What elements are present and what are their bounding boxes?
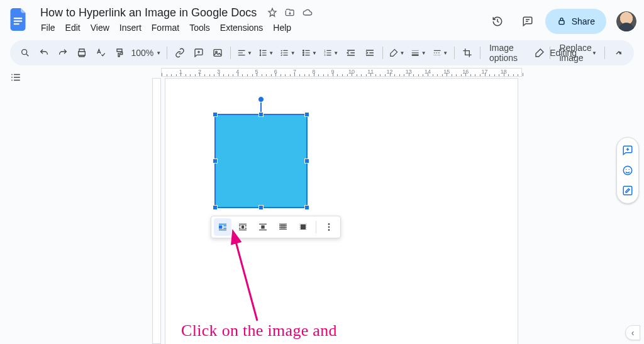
- horizontal-ruler[interactable]: 123456789101112131415161718: [161, 68, 522, 77]
- emoji-fab-icon[interactable]: [619, 162, 636, 179]
- svg-point-4: [22, 50, 27, 55]
- comment-side-panel: [616, 137, 639, 204]
- svg-rect-15: [261, 225, 264, 228]
- checklist-menu[interactable]: ▼: [277, 44, 297, 62]
- svg-point-23: [629, 169, 630, 170]
- rotation-stem: [260, 101, 262, 112]
- numbered-list-menu[interactable]: 123▼: [321, 44, 341, 62]
- separator: [230, 47, 231, 59]
- svg-rect-3: [559, 21, 564, 25]
- svg-point-18: [328, 223, 330, 225]
- svg-point-9: [303, 55, 304, 56]
- separator: [604, 47, 605, 59]
- svg-point-19: [328, 226, 330, 228]
- svg-rect-24: [623, 186, 632, 195]
- svg-point-22: [626, 169, 627, 170]
- search-menus-icon[interactable]: [16, 44, 34, 62]
- cloud-icon[interactable]: [302, 7, 313, 18]
- menu-edit[interactable]: Edit: [61, 21, 85, 34]
- undo-icon[interactable]: [35, 44, 53, 62]
- border-weight-menu[interactable]: ▼: [408, 44, 428, 62]
- separator: [382, 47, 383, 59]
- add-comment-fab-icon[interactable]: [619, 141, 636, 159]
- wrap-text-icon[interactable]: [234, 218, 252, 236]
- spellcheck-icon[interactable]: [92, 44, 109, 62]
- suggest-fab-icon[interactable]: [619, 182, 636, 199]
- paint-format-icon[interactable]: [111, 44, 128, 62]
- editing-mode-menu[interactable]: Editing ▼: [532, 44, 599, 62]
- svg-point-7: [303, 50, 304, 52]
- inline-icon[interactable]: [214, 218, 231, 236]
- svg-rect-1: [14, 21, 23, 22]
- image-layout-toolbar: [211, 216, 341, 238]
- separator: [316, 221, 316, 233]
- separator: [167, 47, 167, 59]
- menu-format[interactable]: Format: [147, 21, 184, 34]
- more-options-icon[interactable]: [320, 218, 338, 236]
- border-color-menu[interactable]: ▼: [387, 44, 407, 62]
- add-comment-icon[interactable]: [190, 44, 208, 62]
- document-page[interactable]: [165, 78, 518, 344]
- menu-file[interactable]: File: [36, 21, 60, 34]
- svg-rect-17: [301, 225, 306, 230]
- document-outline-icon[interactable]: [10, 72, 33, 85]
- menubar: File Edit View Insert Format Tools Exten…: [36, 20, 480, 35]
- menu-view[interactable]: View: [86, 21, 114, 34]
- menu-insert[interactable]: Insert: [115, 21, 146, 34]
- svg-rect-13: [219, 225, 222, 228]
- separator: [480, 47, 480, 59]
- svg-point-20: [328, 229, 330, 231]
- svg-rect-5: [214, 50, 221, 57]
- zoom-menu[interactable]: 100%▼: [130, 44, 163, 62]
- show-side-panel-icon[interactable]: ‹: [625, 325, 640, 340]
- insert-image-icon[interactable]: [209, 44, 226, 62]
- svg-rect-0: [14, 18, 23, 19]
- svg-rect-14: [242, 225, 244, 228]
- print-icon[interactable]: [73, 44, 91, 62]
- separator: [454, 47, 455, 59]
- account-avatar[interactable]: [616, 11, 636, 31]
- collapse-toolbar-icon[interactable]: [610, 44, 628, 62]
- crop-icon[interactable]: [458, 44, 476, 62]
- bulleted-list-menu[interactable]: ▼: [299, 44, 319, 62]
- move-icon[interactable]: [284, 7, 296, 18]
- insert-link-icon[interactable]: [171, 44, 189, 62]
- menu-help[interactable]: Help: [269, 21, 296, 34]
- share-label: Share: [572, 16, 595, 26]
- svg-point-21: [623, 166, 632, 175]
- toolbar: 100%▼ ▼ ▼ ▼ ▼ 123▼ ▼ ▼ ▼ Image options R…: [10, 40, 634, 65]
- align-menu[interactable]: ▼: [235, 44, 255, 62]
- doc-title[interactable]: How to Hyperlink an Image in Google Docs: [36, 5, 260, 21]
- svg-point-8: [303, 52, 304, 53]
- docs-logo[interactable]: [6, 3, 31, 36]
- comments-icon[interactable]: [515, 9, 540, 34]
- svg-text:3: 3: [324, 53, 326, 57]
- border-dash-menu[interactable]: ▼: [430, 44, 450, 62]
- rotation-handle[interactable]: [258, 96, 264, 103]
- history-icon[interactable]: [485, 9, 510, 34]
- svg-rect-2: [14, 23, 19, 25]
- redo-icon[interactable]: [54, 44, 72, 62]
- annotation-text: Click on the image and select the “In li…: [181, 319, 340, 344]
- behind-text-icon[interactable]: [274, 218, 292, 236]
- increase-indent-icon[interactable]: [361, 44, 379, 62]
- menu-extensions[interactable]: Extensions: [216, 21, 267, 34]
- decrease-indent-icon[interactable]: [342, 44, 360, 62]
- star-icon[interactable]: [267, 7, 278, 18]
- share-button[interactable]: Share: [545, 9, 606, 34]
- break-text-icon[interactable]: [254, 218, 272, 236]
- vertical-ruler[interactable]: [152, 78, 161, 344]
- in-front-text-icon[interactable]: [294, 218, 312, 236]
- menu-tools[interactable]: Tools: [185, 21, 214, 34]
- line-spacing-menu[interactable]: ▼: [256, 44, 276, 62]
- selected-image[interactable]: [216, 115, 306, 207]
